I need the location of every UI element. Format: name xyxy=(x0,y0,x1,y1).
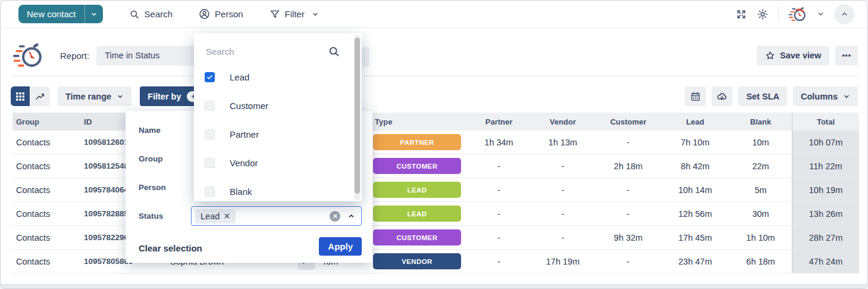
bottom-strip xyxy=(1,284,867,288)
cell-partner: - xyxy=(468,178,530,201)
view-mode-toggle xyxy=(11,86,50,106)
chip-remove-icon[interactable] xyxy=(224,213,230,219)
clear-all-icon[interactable] xyxy=(330,211,340,222)
gear-icon[interactable] xyxy=(757,8,769,20)
time-range-dropdown[interactable]: Time range xyxy=(58,86,131,106)
cell-vendor: 1h 13m xyxy=(530,130,596,154)
topbar-filter[interactable]: Filter xyxy=(270,9,319,20)
option-customer[interactable]: Customer xyxy=(205,101,268,111)
status-chip-label: Lead xyxy=(200,212,220,221)
columns-label: Columns xyxy=(801,92,838,101)
fullscreen-icon[interactable] xyxy=(735,8,747,20)
cell-blank: 10m xyxy=(729,130,792,154)
cell-group: Contacts xyxy=(12,202,78,225)
checkbox-icon[interactable] xyxy=(205,187,215,197)
topbar-filter-label: Filter xyxy=(285,9,305,19)
more-options-button[interactable]: ••• xyxy=(835,46,858,66)
option-partner[interactable]: Partner xyxy=(205,129,259,139)
calendar-button[interactable] xyxy=(685,86,706,106)
option-lead[interactable]: Lead xyxy=(205,72,249,82)
cell-vendor: 17h 19m xyxy=(530,250,596,273)
cell-lead: 7h 10m xyxy=(661,130,729,154)
chevron-down-icon xyxy=(117,93,124,100)
filter-funnel-icon xyxy=(270,9,280,20)
apply-button[interactable]: Apply xyxy=(319,237,362,256)
columns-dropdown[interactable]: Columns xyxy=(793,86,858,106)
cell-partner: - xyxy=(468,226,530,249)
table-view-button[interactable] xyxy=(11,86,30,106)
collapse-topbar-button[interactable] xyxy=(834,4,854,24)
header-vendor[interactable]: Vendor xyxy=(530,113,596,130)
chevron-up-icon[interactable] xyxy=(347,212,355,220)
cell-group: Contacts xyxy=(12,250,78,273)
new-contact-caret[interactable] xyxy=(84,5,103,23)
topbar-person[interactable]: Person xyxy=(199,8,243,20)
line-chart-icon xyxy=(35,91,46,102)
checkbox-icon[interactable] xyxy=(205,158,215,168)
star-icon xyxy=(765,51,775,61)
status-chip-lead: Lead xyxy=(195,209,236,223)
checkbox-icon[interactable] xyxy=(205,101,215,111)
type-badge: CUSTOMER xyxy=(373,158,461,174)
cloud-download-icon xyxy=(716,91,728,102)
topbar-search[interactable]: Search xyxy=(129,9,173,20)
chart-view-button[interactable] xyxy=(31,86,50,106)
dropdown-search-input[interactable] xyxy=(206,46,338,57)
cell-blank: 5m xyxy=(729,178,792,201)
scrollbar-thumb[interactable] xyxy=(355,38,360,194)
option-label: Partner xyxy=(230,129,259,139)
new-contact-button[interactable]: New contact xyxy=(18,5,84,23)
search-icon xyxy=(328,45,340,58)
type-badge: CUSTOMER xyxy=(373,229,461,246)
save-view-label: Save view xyxy=(780,51,821,60)
cell-total: 11h 22m xyxy=(792,154,859,178)
header-type[interactable]: Type xyxy=(372,113,468,130)
status-multiselect[interactable]: Lead xyxy=(191,206,362,226)
type-badge: LEAD xyxy=(373,206,461,222)
header-group[interactable]: Group xyxy=(12,113,78,130)
option-label: Blank xyxy=(230,187,252,197)
topbar-person-label: Person xyxy=(215,9,243,19)
header-lead[interactable]: Lead xyxy=(661,113,729,130)
cell-total: 47h 24m xyxy=(792,250,859,273)
option-blank[interactable]: Blank xyxy=(205,187,252,197)
type-badge: LEAD xyxy=(373,182,461,198)
dropdown-search[interactable] xyxy=(206,43,338,60)
calendar-icon xyxy=(690,91,701,102)
checkbox-checked-icon[interactable] xyxy=(205,72,215,82)
person-icon xyxy=(199,8,210,20)
app-logo-icon[interactable] xyxy=(788,5,807,24)
option-label: Customer xyxy=(230,101,268,111)
set-sla-button[interactable]: Set SLA xyxy=(738,86,787,106)
cell-partner: 1h 34m xyxy=(468,130,530,154)
cell-customer: 9h 32m xyxy=(596,226,661,249)
header-divider xyxy=(12,76,858,76)
header-blank[interactable]: Blank xyxy=(729,113,792,130)
cell-total: 13h 26m xyxy=(792,202,859,225)
filter-person-label: Person xyxy=(139,183,166,192)
cell-lead: 23h 47m xyxy=(661,250,729,273)
cell-lead: 8h 42m xyxy=(661,154,729,178)
export-button[interactable] xyxy=(712,86,732,106)
cell-type: LEAD xyxy=(372,178,468,201)
header-partner[interactable]: Partner xyxy=(468,113,530,130)
cell-partner: - xyxy=(468,154,530,178)
cell-type: CUSTOMER xyxy=(372,226,468,249)
option-label: Vendor xyxy=(230,158,258,168)
cell-customer: - xyxy=(596,202,661,225)
app-window: New contact Search Person Filter xyxy=(0,0,868,289)
option-vendor[interactable]: Vendor xyxy=(205,158,258,168)
clear-selection-button[interactable]: Clear selection xyxy=(139,243,202,253)
new-contact-split-button[interactable]: New contact xyxy=(18,5,103,23)
cell-lead: 12h 56m xyxy=(661,202,729,225)
chevron-down-icon xyxy=(312,11,319,18)
report-toolbar: Time range Filter by +1 xyxy=(11,86,858,106)
save-view-button[interactable]: Save view xyxy=(757,46,829,66)
header-customer[interactable]: Customer xyxy=(596,113,661,130)
checkbox-icon[interactable] xyxy=(205,129,215,139)
chevron-down-icon[interactable] xyxy=(817,10,825,18)
cell-customer: 2h 18m xyxy=(596,154,661,178)
header-total[interactable]: Total xyxy=(792,113,859,130)
filter-status-label: Status xyxy=(139,212,163,220)
type-badge: VENDOR xyxy=(373,253,461,269)
